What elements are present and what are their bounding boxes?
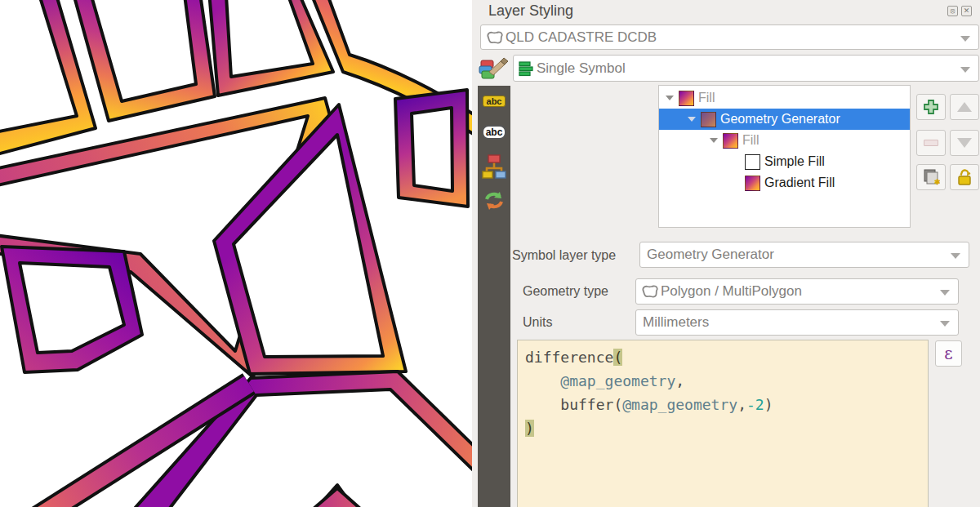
- duplicate-icon: ✱: [922, 168, 940, 186]
- geometry-type-value: Polygon / MultiPolygon: [661, 283, 802, 300]
- epsilon-icon: ε: [944, 344, 952, 363]
- tree-row-simple-fill[interactable]: Simple Fill: [659, 151, 910, 172]
- chevron-down-icon: [940, 290, 950, 296]
- symbol-swatch: [679, 91, 694, 106]
- expression-editor[interactable]: difference( @map_geometry, buffer(@map_g…: [517, 340, 929, 507]
- map-canvas[interactable]: [0, 0, 472, 507]
- chevron-down-icon: [960, 36, 970, 42]
- symbology-mode-value: Single Symbol: [537, 60, 626, 77]
- styling-tab-strip: abc abc: [478, 86, 510, 507]
- chevron-down-icon: [951, 253, 960, 259]
- code-line: buffer(@map_geometry,-2): [525, 393, 928, 416]
- expression-builder-button[interactable]: ε: [935, 340, 962, 367]
- arrow-up-icon: [957, 102, 972, 112]
- qgis-window: Layer Styling ⦻ ✕ QLD CADASTRE DCDB Sing…: [0, 0, 980, 507]
- tree-row-label: Fill: [698, 91, 715, 105]
- diagram-icon: [482, 153, 506, 180]
- panel-title: Layer Styling: [488, 2, 573, 20]
- parcel-I: [412, 108, 452, 191]
- units-select[interactable]: Millimeters: [635, 309, 959, 336]
- tree-row-fill[interactable]: Fill: [659, 130, 910, 151]
- svg-text:✱: ✱: [934, 178, 940, 186]
- undock-icon[interactable]: ⦻: [947, 6, 958, 16]
- tree-row-label: Geometry Generator: [720, 112, 840, 127]
- chevron-down-icon: [960, 67, 970, 73]
- cadastre-map: [0, 0, 472, 507]
- geometry-type-select[interactable]: Polygon / MultiPolygon: [635, 278, 959, 305]
- symbology-mode-select[interactable]: Single Symbol: [513, 55, 979, 82]
- tree-row-label: Fill: [742, 133, 759, 148]
- geometry-type-label: Geometry type: [523, 284, 608, 299]
- symbology-icon[interactable]: [476, 54, 510, 83]
- tree-row-gradient-fill[interactable]: Gradient Fill: [659, 172, 910, 193]
- diagrams-tab[interactable]: [478, 148, 510, 185]
- tree-row-fill[interactable]: Fill: [659, 87, 910, 109]
- lock-layer-button[interactable]: [950, 164, 979, 190]
- polygon-layer-icon: [486, 30, 504, 45]
- tree-row-label: Gradient Fill: [764, 176, 835, 190]
- arrow-down-icon: [957, 138, 972, 148]
- symbol-layer-tree[interactable]: FillGeometry GeneratorFillSimple FillGra…: [658, 85, 911, 228]
- symbol-layer-type-value: Geometry Generator: [647, 247, 774, 263]
- units-label: Units: [523, 315, 552, 330]
- history-tab[interactable]: [478, 185, 510, 216]
- units-value: Millimeters: [643, 314, 709, 331]
- tree-row-label: Simple Fill: [764, 154, 825, 169]
- remove-symbol-layer-button[interactable]: [916, 130, 946, 156]
- labels-icon: abc: [483, 96, 506, 107]
- symbol-layer-type-select[interactable]: Geometry Generator: [639, 242, 969, 268]
- add-symbol-layer-button[interactable]: [916, 94, 946, 120]
- duplicate-symbol-layer-button[interactable]: ✱: [916, 164, 946, 190]
- expander-icon[interactable]: [688, 117, 696, 122]
- layer-selector-value: QLD CADASTRE DCDB: [506, 29, 657, 46]
- tree-row-geometry-generator[interactable]: Geometry Generator: [659, 109, 910, 130]
- plus-icon: [923, 99, 939, 115]
- expander-icon[interactable]: [666, 96, 674, 100]
- expander-icon[interactable]: [710, 138, 718, 143]
- symbol-swatch: [745, 176, 760, 191]
- symbol-swatch: [723, 133, 738, 149]
- labels-tab[interactable]: abc: [478, 86, 510, 117]
- code-line: @map_geometry,: [525, 369, 928, 393]
- layer-selector[interactable]: QLD CADASTRE DCDB: [480, 24, 979, 50]
- move-up-button[interactable]: [950, 94, 979, 120]
- code-line: ): [525, 416, 928, 440]
- polygon-icon: [641, 284, 659, 299]
- minus-icon: [924, 140, 938, 146]
- chevron-down-icon: [940, 321, 950, 327]
- move-down-button[interactable]: [950, 130, 979, 156]
- single-symbol-icon: [518, 60, 534, 77]
- close-icon[interactable]: ✕: [961, 6, 972, 16]
- callouts-icon: abc: [482, 125, 507, 140]
- code-line: difference(: [525, 345, 928, 369]
- symbol-swatch: [745, 154, 760, 170]
- lock-open-icon: [956, 168, 973, 186]
- symbol-swatch: [701, 112, 716, 127]
- callouts-tab[interactable]: abc: [478, 117, 510, 148]
- symbol-layer-type-label: Symbol layer type: [512, 248, 616, 263]
- history-icon: [483, 189, 506, 212]
- layer-styling-panel: Layer Styling ⦻ ✕ QLD CADASTRE DCDB Sing…: [472, 0, 980, 507]
